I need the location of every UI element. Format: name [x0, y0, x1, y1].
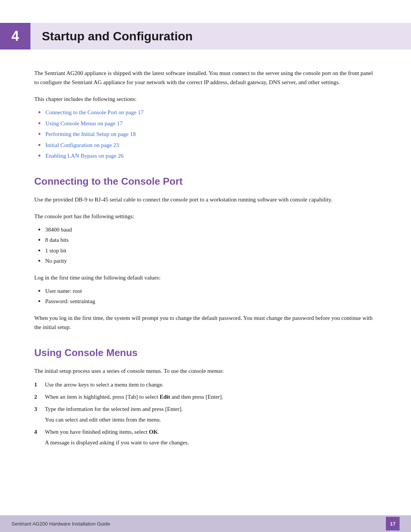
toc-list: Connecting to the Console Port on page 1…: [34, 108, 377, 160]
console-steps-list: 1 Use the arrow keys to select a menu it…: [34, 380, 377, 447]
setting-item-2: 8 data bits: [38, 236, 377, 244]
step-item-3: 3 Type the information for the selected …: [34, 404, 377, 424]
chapter-title: Startup and Configuration: [42, 29, 193, 43]
step-item-2: 2 When an item is highlighted, press [Ta…: [34, 392, 377, 401]
footer-text: Sentriant AG200 Hardware Installation Gu…: [11, 521, 110, 527]
step-3-content: Type the information for the selected it…: [45, 404, 183, 424]
page-footer: Sentriant AG200 Hardware Installation Gu…: [0, 515, 411, 532]
step-item-1: 1 Use the arrow keys to select a menu it…: [34, 380, 377, 389]
section1-paragraph-2: The console port has the following setti…: [34, 212, 377, 221]
chapter-header: 4 Startup and Configuration: [0, 23, 411, 50]
setting-item-3: 1 stop bit: [38, 246, 377, 255]
section1-paragraph-3: Log in the first time using the followin…: [34, 273, 377, 282]
toc-item-1[interactable]: Connecting to the Console Port on page 1…: [38, 108, 377, 117]
toc-item-2[interactable]: Using Console Menus on page 17: [38, 119, 377, 128]
chapter-title-bar: Startup and Configuration: [30, 23, 411, 50]
intro-paragraph-2: This chapter includes the following sect…: [34, 94, 377, 104]
default-credentials-list: User name: root Password: sentraintag: [34, 287, 377, 306]
toc-item-5[interactable]: Enabling LAN Bypass on page 26: [38, 152, 377, 160]
section1-title: Connecting to the Console Port: [34, 176, 377, 187]
credential-item-2: Password: sentraintag: [38, 297, 377, 306]
step-4-content: When you have finished editing items, se…: [45, 427, 189, 447]
step-1-content: Use the arrow keys to select a menu item…: [45, 380, 164, 389]
section2-paragraph-1: The initial setup process uses a series …: [34, 366, 377, 375]
page-number: 17: [386, 517, 400, 530]
page-content: 4 Startup and Configuration The Sentrian…: [0, 0, 411, 515]
setting-item-1: 38400 baud: [38, 225, 377, 234]
step-item-4: 4 When you have finished editing items, …: [34, 427, 377, 447]
console-settings-list: 38400 baud 8 data bits 1 stop bit No par…: [34, 225, 377, 265]
section1-paragraph-4: When you log in the first time, the syst…: [34, 313, 377, 332]
toc-item-4[interactable]: Initial Configuration on page 23: [38, 141, 377, 150]
setting-item-4: No parity: [38, 257, 377, 265]
toc-item-3[interactable]: Performing the Initial Setup on page 18: [38, 130, 377, 139]
credential-item-1: User name: root: [38, 287, 377, 296]
section1-paragraph-1: Use the provided DB-9 to RJ-45 serial ca…: [34, 195, 377, 204]
step-2-content: When an item is highlighted, press [Tab]…: [45, 392, 223, 401]
section2-title: Using Console Menus: [34, 347, 377, 359]
intro-paragraph-1: The Sentriant AG200 appliance is shipped…: [34, 69, 377, 87]
chapter-number: 4: [0, 23, 30, 50]
